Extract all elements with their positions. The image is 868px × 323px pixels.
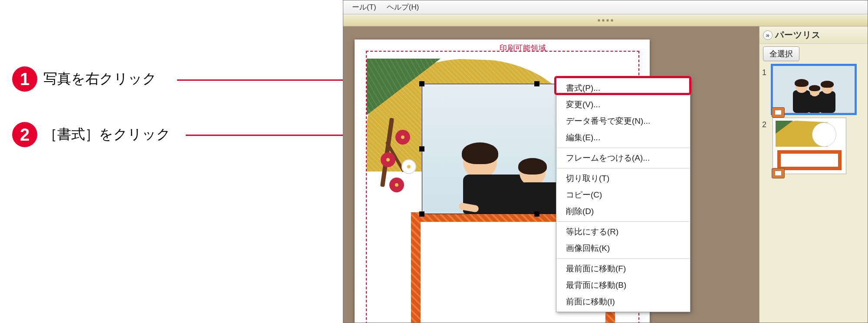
parts-list-item-1[interactable]: 1 [762,66,865,113]
context-menu: 書式(P)... 変更(V)... データ番号で変更(N)... 編集(E)..… [556,78,690,312]
menu-tool[interactable]: ール(T) [347,0,381,14]
parts-item-number: 2 [762,118,770,129]
select-all-button[interactable]: 全選択 [763,46,799,61]
callout-step-2: 2 ［書式］をクリック [12,122,171,147]
parts-item-number: 1 [762,66,770,77]
ctx-send-back[interactable]: 最背面に移動(B) [556,277,690,293]
handle-tl[interactable] [419,81,424,86]
menubar: ール(T) ヘルプ(H) [343,0,868,14]
handle-bl[interactable] [419,211,424,217]
ctx-separator [557,221,689,222]
parts-list-panel: » パーツリス 全選択 1 [759,26,868,323]
step-text-2: ［書式］をクリック [43,125,171,144]
ctx-copy[interactable]: コピー(C) [556,187,690,203]
toolbar-strip [343,14,868,26]
ctx-rotate[interactable]: 画像回転(K) [556,240,690,257]
parts-list: 1 [760,64,868,180]
ctx-separator [557,168,689,168]
image-type-icon [772,107,785,118]
photo-child-left [463,145,528,214]
callout-step-1: 1 写真を右クリック [12,66,157,92]
step-text-1: 写真を右クリック [43,69,157,89]
handle-tm[interactable] [534,81,539,86]
ctx-bring-front[interactable]: 最前面に移動(F) [556,260,690,277]
app-window: ール(T) ヘルプ(H) [343,0,868,323]
ctx-change[interactable]: 変更(V)... [556,96,690,113]
handle-bm[interactable] [534,211,539,217]
menu-help[interactable]: ヘルプ(H) [381,0,424,14]
ctx-edit[interactable]: 編集(E)... [556,129,690,146]
collapse-icon[interactable]: » [763,30,773,40]
parts-list-toolbar: 全選択 [760,44,868,64]
parts-thumbnail-photo[interactable] [773,66,855,113]
ctx-delete[interactable]: 削除(D) [556,203,690,220]
parts-list-header: » パーツリス [760,26,868,44]
handle-ml[interactable] [419,146,424,152]
ctx-equal-ratio[interactable]: 等比にする(R) [556,224,690,240]
ctx-change-by-number[interactable]: データ番号で変更(N)... [556,113,690,129]
ctx-forward[interactable]: 前面に移動(I) [556,293,690,310]
parts-list-title: パーツリス [775,29,821,41]
image-type-icon [772,168,785,178]
ctx-cut[interactable]: 切り取り(T) [556,170,690,187]
printable-area-label: 印刷可能領域 [500,43,546,53]
toolbar-grip-icon [598,19,613,21]
ctx-separator [557,148,689,148]
ctx-format[interactable]: 書式(P)... [556,80,690,96]
step-badge-1: 1 [12,66,37,92]
parts-thumbnail-template[interactable] [773,118,846,174]
ctx-add-frame[interactable]: フレームをつける(A)... [556,150,690,166]
parts-list-item-2[interactable]: 2 [762,118,865,174]
ctx-separator [557,258,689,259]
canvas-area[interactable]: 印刷可能領域 書式(P)... 変更(V)... データ番号で変更(N)... … [343,26,759,323]
workspace: 印刷可能領域 書式(P)... 変更(V)... データ番号で変更(N)... … [343,26,868,323]
step-badge-2: 2 [12,122,37,147]
